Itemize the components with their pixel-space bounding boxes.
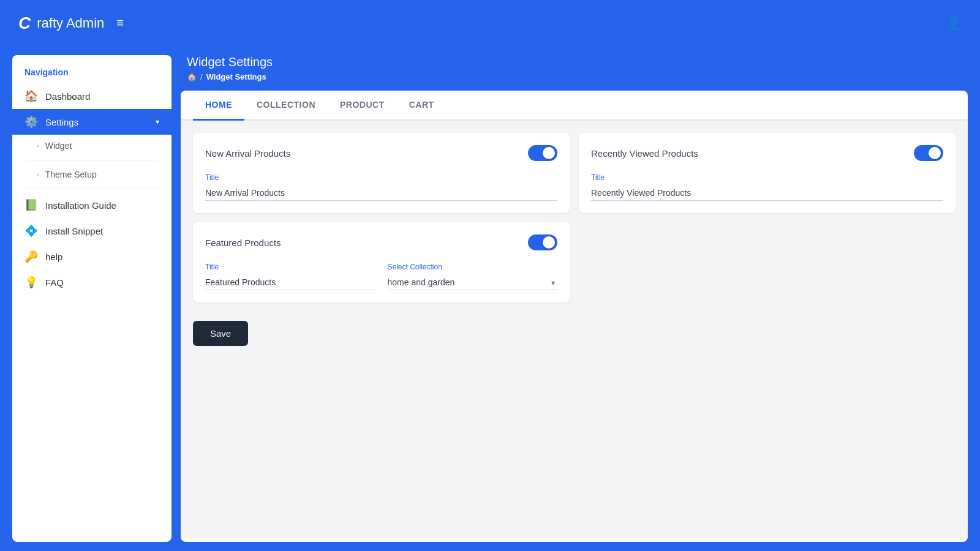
widget-recently-viewed-toggle[interactable] <box>914 145 943 161</box>
snippet-icon: 💠 <box>24 224 38 238</box>
featured-title-input[interactable] <box>205 275 375 290</box>
widget-featured-products: Featured Products Title <box>193 222 570 302</box>
toggle-slider-2 <box>914 145 943 161</box>
tab-home[interactable]: HOME <box>193 91 244 121</box>
widget-featured-header: Featured Products <box>205 234 557 250</box>
main-layout: Navigation 🏠 Dashboard ⚙️ Settings ▾ › W… <box>0 46 980 551</box>
sidebar-item-label: Settings <box>45 117 78 127</box>
tab-product[interactable]: PRODUCT <box>328 91 397 121</box>
recently-viewed-title-field: Title <box>591 173 943 201</box>
collection-select-wrapper: home and garden electronics clothing spo… <box>388 275 558 290</box>
tab-cart[interactable]: CART <box>397 91 447 121</box>
new-arrival-title-field: Title <box>205 173 557 201</box>
breadcrumb: 🏠 / Widget Settings <box>187 72 968 81</box>
page-title: Widget Settings <box>187 55 968 69</box>
featured-collection-select[interactable]: home and garden electronics clothing spo… <box>388 275 558 290</box>
settings-icon: ⚙️ <box>24 115 38 129</box>
featured-title-field: Title <box>205 263 375 290</box>
chevron-right-icon: › <box>37 142 39 149</box>
content-area: Widget Settings 🏠 / Widget Settings HOME… <box>181 55 968 542</box>
breadcrumb-home-icon[interactable]: 🏠 <box>187 72 197 81</box>
user-icon[interactable]: 👤 <box>946 16 962 31</box>
widget-content: New Arrival Products Title <box>181 121 968 538</box>
sidebar-item-installation-guide[interactable]: 📗 Installation Guide <box>12 192 172 218</box>
hamburger-button[interactable]: ≡ <box>116 16 124 30</box>
breadcrumb-separator: / <box>200 72 203 81</box>
widget-featured-toggle[interactable] <box>528 234 557 250</box>
widget-recently-viewed-header: Recently Viewed Products <box>591 145 943 161</box>
sidebar-item-dashboard[interactable]: 🏠 Dashboard <box>12 83 172 109</box>
widget-featured-title: Featured Products <box>205 238 281 248</box>
nav-divider-2 <box>24 189 159 189</box>
sidebar-item-widget[interactable]: › Widget <box>12 135 172 157</box>
new-arrival-title-input[interactable] <box>205 186 557 201</box>
chevron-down-icon: ▾ <box>156 118 159 126</box>
widget-new-arrival-header: New Arrival Products <box>205 145 557 161</box>
sidebar-item-theme-setup[interactable]: › Theme Setup <box>12 163 172 186</box>
widgets-grid-bottom: Featured Products Title <box>193 222 956 302</box>
sidebar-item-label: Installation Guide <box>45 200 116 211</box>
save-button[interactable]: Save <box>193 321 248 346</box>
featured-title-label: Title <box>205 263 375 271</box>
widgets-grid-top: New Arrival Products Title <box>193 133 956 213</box>
recently-viewed-title-input[interactable] <box>591 186 943 201</box>
empty-right <box>579 222 956 302</box>
sidebar-subitem-label: Widget <box>45 141 72 151</box>
save-btn-area: Save <box>193 312 956 346</box>
featured-collection-label: Select Collection <box>388 263 558 271</box>
dashboard-icon: 🏠 <box>24 89 38 103</box>
sidebar-item-label: help <box>45 252 62 262</box>
top-bar: C rafty Admin ≡ 👤 <box>0 0 980 46</box>
sidebar-item-label: Dashboard <box>45 91 90 102</box>
main-panel: HOME COLLECTION PRODUCT CART New Arrival… <box>181 91 968 542</box>
widget-new-arrival-title: New Arrival Products <box>205 148 290 159</box>
recently-viewed-title-label: Title <box>591 173 943 182</box>
sidebar-item-install-snippet[interactable]: 💠 Install Snippet <box>12 218 172 244</box>
toggle-slider <box>528 145 557 161</box>
sidebar-item-settings[interactable]: ⚙️ Settings ▾ <box>12 109 172 135</box>
widget-recently-viewed-title: Recently Viewed Products <box>591 148 698 159</box>
tab-collection[interactable]: COLLECTION <box>244 91 328 121</box>
new-arrival-title-label: Title <box>205 173 557 182</box>
page-header: Widget Settings 🏠 / Widget Settings <box>181 55 968 91</box>
featured-collection-field: Select Collection home and garden electr… <box>388 263 558 290</box>
widget-new-arrival: New Arrival Products Title <box>193 133 570 213</box>
chevron-right-icon: › <box>37 171 39 178</box>
nav-divider <box>24 160 159 160</box>
sidebar: Navigation 🏠 Dashboard ⚙️ Settings ▾ › W… <box>12 55 172 542</box>
sidebar-item-help[interactable]: 🔑 help <box>12 244 172 269</box>
tabs-bar: HOME COLLECTION PRODUCT CART <box>181 91 968 121</box>
breadcrumb-current: Widget Settings <box>206 72 266 81</box>
sidebar-subitem-label: Theme Setup <box>45 170 97 179</box>
featured-fields: Title Select Collection home and garden … <box>205 263 557 290</box>
widget-recently-viewed: Recently Viewed Products Title <box>579 133 956 213</box>
sidebar-item-label: Install Snippet <box>45 226 103 236</box>
logo-c-icon: C <box>18 13 31 33</box>
logo-text: rafty Admin <box>37 15 104 31</box>
sidebar-item-faq[interactable]: 💡 FAQ <box>12 269 172 295</box>
widget-new-arrival-toggle[interactable] <box>528 145 557 161</box>
toggle-slider-3 <box>528 234 557 250</box>
bulb-icon: 💡 <box>24 276 38 289</box>
logo-area: C rafty Admin ≡ <box>18 13 124 33</box>
nav-label: Navigation <box>12 67 172 83</box>
sidebar-item-label: FAQ <box>45 277 64 288</box>
guide-icon: 📗 <box>24 198 38 212</box>
key-icon: 🔑 <box>24 250 38 263</box>
